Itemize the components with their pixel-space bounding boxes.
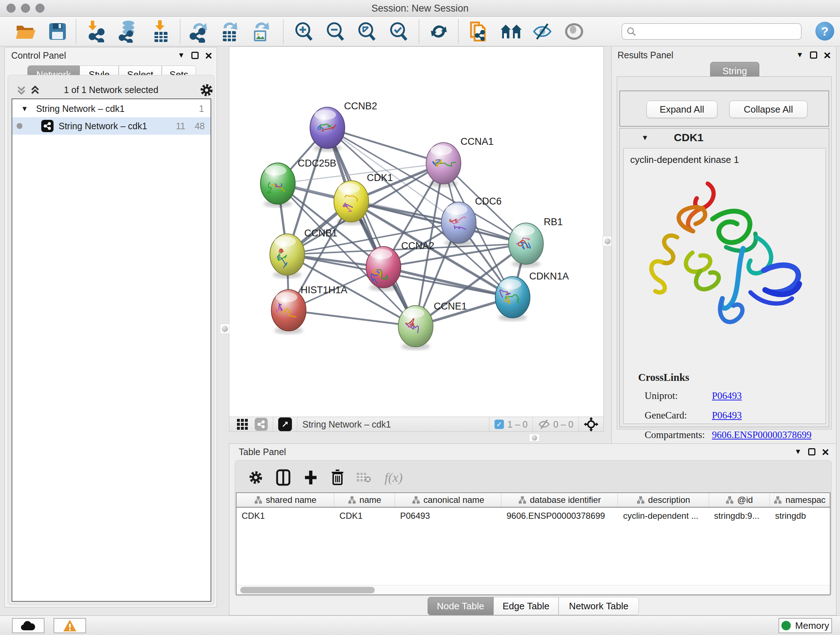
network-badge-icon[interactable] — [255, 418, 268, 431]
search-input[interactable] — [639, 24, 801, 39]
warnings-button[interactable] — [54, 618, 86, 633]
zoom-fit-button[interactable] — [355, 20, 378, 43]
close-panel-icon[interactable]: × — [824, 51, 831, 59]
refresh-button[interactable] — [428, 20, 450, 43]
save-session-button[interactable] — [46, 20, 69, 43]
panel-menu-icon[interactable]: ▼ — [178, 51, 185, 59]
table-panel: Table Panel ▼ × — [229, 443, 836, 616]
crosslink-link[interactable]: P06493 — [712, 410, 742, 421]
memory-button[interactable]: Memory — [778, 618, 832, 633]
gear-icon[interactable] — [200, 83, 213, 97]
float-panel-icon[interactable] — [808, 448, 815, 455]
tab-edge-table[interactable]: Edge Table — [493, 597, 559, 615]
expand-collapse-box: Expand All Collapse All — [619, 90, 829, 127]
export-image-button[interactable] — [249, 20, 272, 43]
gene-collapse-icon[interactable]: ▼ — [641, 134, 649, 142]
crosslinks-section: CrossLinks Uniprot:P06493 GeneCard:P0649… — [624, 371, 826, 383]
pan-crosshair-icon[interactable] — [584, 417, 598, 432]
selected-checkbox-icon[interactable]: ✓ — [494, 420, 504, 429]
table-horizontal-scrollbar[interactable] — [237, 585, 830, 594]
column-header-5[interactable]: @id — [709, 493, 770, 507]
table-panel-body: f(x) shared namenamecanonical namedataba… — [235, 460, 832, 596]
graph-node-RB1 — [508, 223, 543, 268]
network-row[interactable]: String Network – cdk1 11 48 — [12, 117, 210, 135]
svg-text:CDK1: CDK1 — [367, 172, 393, 183]
trash-icon — [331, 469, 344, 486]
close-panel-icon[interactable]: × — [822, 448, 829, 455]
scrollbar-thumb[interactable] — [240, 587, 375, 593]
grid-view-icon[interactable] — [237, 418, 248, 430]
cloud-button[interactable] — [12, 618, 44, 633]
hide-unhide-button[interactable] — [531, 20, 554, 43]
column-header-2[interactable]: canonical name — [395, 493, 501, 507]
network-panel-body: 1 of 1 Network selected ▼ String Network… — [8, 75, 215, 605]
memory-label: Memory — [795, 620, 829, 631]
table-cell[interactable]: stringdb — [770, 508, 830, 524]
expand-all-button[interactable]: Expand All — [646, 101, 717, 118]
float-panel-icon[interactable] — [810, 51, 817, 59]
create-column-button[interactable] — [300, 467, 321, 488]
right-splitter-handle[interactable] — [603, 236, 612, 246]
export-network-button[interactable] — [188, 20, 210, 43]
table-cell[interactable]: cyclin-dependent ... — [618, 508, 709, 524]
table-cell[interactable]: stringdb:9... — [709, 508, 770, 524]
home-button[interactable] — [500, 20, 523, 43]
import-network-database-button[interactable] — [117, 20, 139, 43]
float-panel-icon[interactable] — [191, 52, 199, 59]
import-network-file-button[interactable] — [86, 20, 109, 43]
column-header-1[interactable]: name — [334, 493, 395, 507]
collapse-all-button[interactable]: Collapse All — [729, 101, 807, 118]
bottom-splitter-handle[interactable] — [529, 434, 540, 442]
tab-network-table[interactable]: Network Table — [559, 597, 639, 615]
function-builder-button[interactable]: f(x) — [379, 467, 408, 488]
main-toolbar: ? — [0, 17, 840, 46]
delete-table-button[interactable] — [353, 467, 374, 488]
zoom-selected-button[interactable] — [387, 20, 409, 43]
column-header-0[interactable]: shared name — [237, 493, 334, 507]
toolbar-separator — [418, 19, 419, 43]
table-gear-button[interactable] — [245, 467, 266, 488]
delete-table-icon — [356, 471, 371, 484]
zoom-in-button[interactable] — [292, 20, 315, 43]
crosslink-link[interactable]: P06493 — [712, 390, 742, 401]
crosslink-label: Compartments: — [645, 429, 712, 440]
table-cell[interactable]: 9606.ENSP00000378699 — [501, 508, 618, 524]
open-session-button[interactable] — [14, 20, 37, 43]
close-panel-icon[interactable]: × — [205, 52, 212, 59]
clone-network-button[interactable] — [467, 20, 490, 43]
crosslink-link[interactable]: 9606.ENSP00000378699 — [712, 429, 812, 440]
panel-menu-icon[interactable]: ▼ — [794, 448, 802, 456]
network-collection-row[interactable]: ▼ String Network – cdk1 1 — [12, 100, 210, 117]
panel-menu-icon[interactable]: ▼ — [796, 51, 804, 59]
zoom-fit-icon — [356, 21, 377, 42]
birdseye-view-icon[interactable] — [278, 417, 292, 431]
hidden-counts: 0 – 0 — [553, 419, 573, 430]
tab-node-table[interactable]: Node Table — [428, 597, 493, 615]
column-header-3[interactable]: database identifier — [501, 493, 618, 507]
graph-node-CDC25B — [261, 163, 295, 207]
zoom-out-button[interactable] — [324, 20, 346, 43]
crosslink-label: Uniprot: — [645, 390, 712, 402]
collection-expand-icon[interactable]: ▼ — [21, 105, 28, 113]
grey-eye-button[interactable] — [563, 20, 585, 43]
string-results-body: Expand All Collapse All ▼ CDK1 cyclin-de… — [617, 76, 832, 429]
graph-node-CDKN1A — [495, 277, 530, 321]
network-view-canvas[interactable]: CCNB2CCNA1CDC25BCDK1CDC6RB1CCNB1CCNA2CDK… — [229, 46, 604, 417]
left-splitter-handle[interactable] — [220, 324, 229, 334]
column-header-6[interactable]: namespac — [770, 493, 830, 507]
show-columns-button[interactable] — [273, 467, 294, 488]
zoom-in-icon — [294, 21, 314, 42]
import-table-button[interactable] — [150, 20, 172, 43]
export-table-button[interactable] — [218, 20, 241, 43]
hierarchy-icon — [774, 496, 782, 504]
table-cell[interactable]: CDK1 — [334, 508, 395, 524]
import-network-file-icon — [88, 21, 107, 42]
string-network-graph[interactable]: CCNB2CCNA1CDC25BCDK1CDC6RB1CCNB1CCNA2CDK… — [229, 47, 603, 417]
help-button[interactable]: ? — [815, 22, 834, 41]
delete-column-button[interactable] — [327, 467, 348, 488]
window-title: Session: New Session — [0, 3, 840, 14]
table-cell[interactable]: CDK1 — [237, 508, 334, 524]
column-header-4[interactable]: description — [618, 493, 709, 507]
table-cell[interactable]: P06493 — [395, 508, 501, 524]
table-row[interactable]: CDK1CDK1P064939606.ENSP00000378699cyclin… — [237, 508, 830, 524]
